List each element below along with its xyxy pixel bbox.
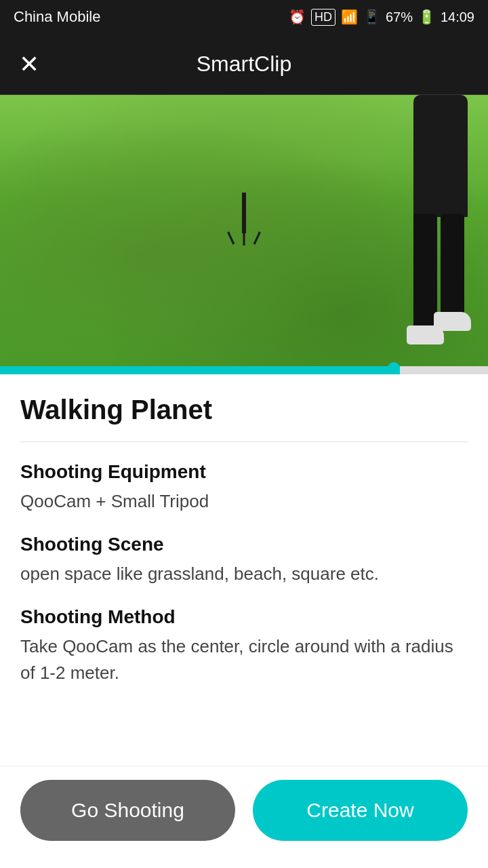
- battery-text: 67%: [386, 9, 413, 25]
- tripod-stand: [242, 193, 246, 233]
- person-shoe-right: [434, 312, 471, 331]
- progress-bar-area[interactable]: [0, 366, 488, 374]
- scene-text: open space like grassland, beach, square…: [20, 561, 468, 587]
- equipment-text: QooCam + Small Tripod: [20, 488, 468, 515]
- person-torso: [413, 95, 468, 217]
- title-divider: [20, 441, 468, 442]
- person-silhouette: [380, 95, 488, 353]
- go-shooting-button[interactable]: Go Shooting: [20, 780, 235, 841]
- status-bar: China Mobile ⏰ HD 📶 📱 67% 🔋 14:09: [0, 0, 488, 34]
- progress-bar-fill: [0, 366, 400, 374]
- page-title: Walking Planet: [20, 395, 468, 425]
- status-icons: ⏰ HD 📶 📱 67% 🔋 14:09: [289, 9, 474, 26]
- tripod-leg-1: [227, 231, 235, 244]
- tripod-leg-3: [253, 231, 261, 244]
- tripod-leg-2: [243, 232, 245, 245]
- header-title: SmartClip: [197, 52, 291, 77]
- close-button[interactable]: ✕: [19, 52, 39, 77]
- tripod-legs: [227, 232, 261, 245]
- alarm-icon: ⏰: [289, 9, 306, 25]
- wifi-icon: 📶: [341, 9, 358, 25]
- method-section: Shooting Method Take QooCam as the cente…: [20, 606, 468, 686]
- scene-section: Shooting Scene open space like grassland…: [20, 534, 468, 587]
- hd-badge: HD: [311, 9, 336, 26]
- battery-icon: 🔋: [418, 9, 435, 25]
- method-text: Take QooCam as the center, circle around…: [20, 633, 468, 686]
- progress-dot: [388, 362, 400, 374]
- header: ✕ SmartClip: [0, 34, 488, 95]
- equipment-title: Shooting Equipment: [20, 461, 468, 483]
- equipment-section: Shooting Equipment QooCam + Small Tripod: [20, 461, 468, 515]
- person-leg-right: [441, 214, 464, 322]
- method-title: Shooting Method: [20, 606, 468, 628]
- scene-title: Shooting Scene: [20, 534, 468, 555]
- bottom-actions: Go Shooting Create Now: [0, 766, 488, 868]
- create-now-button[interactable]: Create Now: [253, 780, 468, 841]
- carrier-text: China Mobile: [14, 8, 100, 26]
- hero-image: [0, 95, 488, 366]
- signal-icon: 📱: [363, 9, 380, 25]
- time-text: 14:09: [441, 9, 474, 25]
- grass-background: [0, 95, 488, 366]
